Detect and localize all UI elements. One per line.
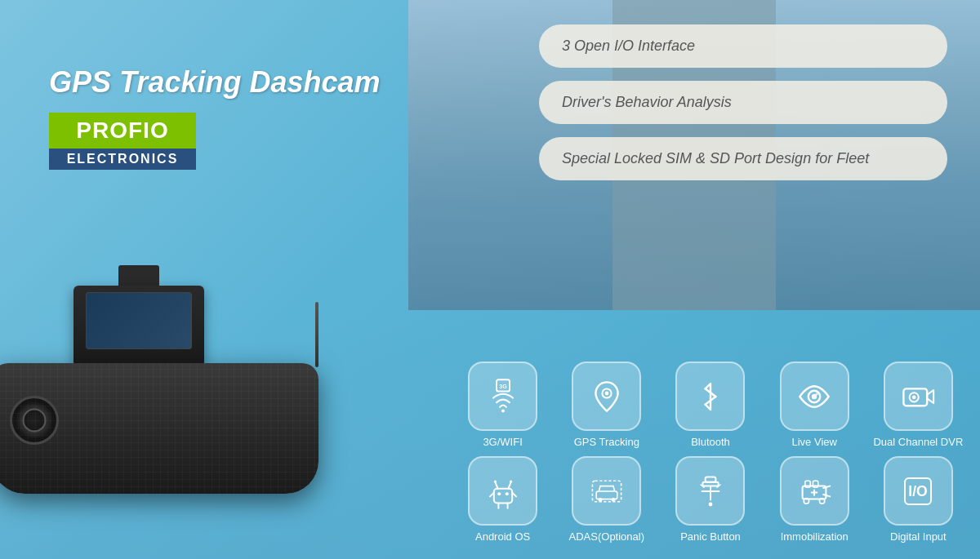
io-icon-box: I/O [884, 456, 953, 526]
logo-bottom: ELECTRONICS [49, 149, 196, 170]
gps-icon [587, 377, 626, 416]
android-icon [483, 472, 523, 511]
left-section: GPS Tracking Dashcam PROFIO ELECTRONICS [0, 0, 474, 559]
camera-icon-box [884, 362, 953, 431]
svg-line-38 [823, 495, 830, 496]
dashcam-body [0, 363, 318, 494]
feature-pill-behavior-text: Driver's Behavior Analysis [562, 94, 732, 111]
feature-label-android: Android OS [475, 530, 530, 543]
svg-point-17 [493, 480, 496, 482]
bluetooth-icon-box [675, 362, 745, 431]
svg-line-15 [495, 481, 497, 488]
3g-wifi-icon: 3G [483, 377, 523, 416]
feature-item-live-view: Live View [769, 362, 860, 448]
adas-icon-box [572, 456, 641, 526]
gps-icon-box [572, 362, 641, 431]
feature-item-bluetooth: Blutooth [665, 362, 755, 448]
engine-icon [795, 472, 834, 511]
io-icon: I/O [898, 472, 938, 511]
svg-point-26 [611, 498, 615, 502]
svg-point-33 [709, 502, 713, 506]
right-features-section: 3 Open I/O Interface Driver's Behavior A… [539, 24, 947, 193]
dashcam-lens [10, 396, 59, 445]
feature-pill-sim-text: Special Locked SIM & SD Port Design for … [562, 150, 869, 167]
dashcam-screen-housing [74, 286, 204, 367]
eye-icon-box [780, 362, 849, 431]
feature-label-gps: GPS Tracking [574, 436, 639, 448]
feature-item-dvr: Dual Channel DVR [873, 362, 964, 448]
feature-item-android: Android OS [457, 456, 548, 543]
svg-text:3G: 3G [499, 382, 507, 389]
feature-pill-io: 3 Open I/O Interface [539, 24, 947, 68]
svg-point-14 [505, 492, 508, 495]
svg-point-7 [816, 393, 818, 395]
dashcam-screen [86, 292, 192, 349]
feature-item-gps: GPS Tracking [561, 362, 652, 448]
main-container: GPS Tracking Dashcam PROFIO ELECTRONICS [0, 0, 980, 559]
logo-brand-bottom: ELECTRONICS [67, 152, 179, 166]
logo-top: PROFIO [49, 113, 196, 149]
svg-point-2 [501, 409, 505, 412]
title-area: GPS Tracking Dashcam PROFIO ELECTRONICS [49, 65, 381, 170]
feature-label-adas: ADAS(Optional) [569, 530, 644, 543]
svg-rect-24 [596, 491, 617, 499]
feature-pill-sim: Special Locked SIM & SD Port Design for … [539, 137, 947, 180]
feature-item-digital-input: I/O Digital Input [873, 456, 964, 543]
svg-rect-12 [493, 488, 511, 503]
bluetooth-icon [691, 377, 730, 416]
camera-icon [898, 377, 938, 416]
android-icon-box [468, 456, 537, 526]
feature-label-bluetooth: Blutooth [691, 436, 730, 448]
logo-brand-top: PROFIO [76, 118, 168, 144]
feature-label-dvr: Dual Channel DVR [873, 436, 963, 448]
feature-item-immobilization: Immobilization [769, 456, 860, 543]
feature-item-panic: Panic Button [665, 456, 755, 543]
feature-label-digital-input: Digital Input [890, 530, 947, 543]
feature-label-3g-wifi: 3G/WIFI [483, 436, 522, 448]
page-title: GPS Tracking Dashcam [49, 65, 381, 100]
dashcam-antenna [315, 302, 318, 367]
eye-icon [795, 377, 834, 416]
svg-rect-28 [702, 481, 718, 486]
dashcam-image [0, 249, 400, 526]
3g-wifi-icon-box: 3G [468, 362, 537, 431]
svg-line-16 [508, 481, 510, 488]
feature-label-immobilization: Immobilization [781, 530, 849, 543]
panic-icon [691, 472, 730, 511]
svg-point-25 [598, 498, 602, 502]
dashcam-device [0, 249, 351, 494]
svg-text:I/O: I/O [909, 482, 928, 499]
feature-label-panic: Panic Button [680, 530, 741, 543]
panic-icon-box [675, 456, 745, 526]
svg-point-4 [604, 391, 608, 395]
brand-logo: PROFIO ELECTRONICS [49, 113, 196, 170]
svg-point-18 [510, 480, 512, 482]
feature-pill-behavior: Driver's Behavior Analysis [539, 81, 947, 124]
features-grid: 3G 3G/WIFI GPS Tracking [457, 362, 964, 543]
svg-point-13 [497, 492, 501, 495]
feature-label-live-view: Live View [791, 436, 836, 448]
feature-item-adas: ADAS(Optional) [561, 456, 652, 543]
feature-item-3g-wifi: 3G 3G/WIFI [457, 362, 548, 448]
svg-point-11 [912, 395, 916, 399]
adas-icon [587, 472, 626, 511]
engine-icon-box [780, 456, 849, 526]
feature-pill-io-text: 3 Open I/O Interface [562, 38, 695, 55]
